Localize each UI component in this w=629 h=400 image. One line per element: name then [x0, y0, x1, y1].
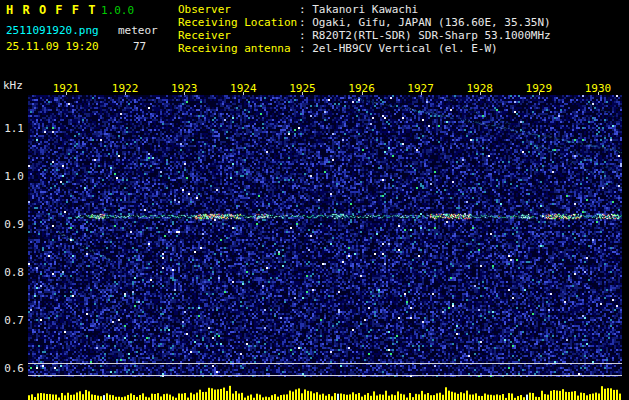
observation-datetime: 25.11.09 19:20	[6, 40, 99, 53]
noise-level-bars-canvas	[28, 377, 622, 400]
info-label: Observer	[178, 3, 299, 16]
info-value: : Takanori Kawachi	[299, 3, 418, 16]
echo-count: 77	[133, 40, 146, 53]
y-axis-label: 0.7	[0, 314, 24, 327]
info-row: Receiving Location: Ogaki, Gifu, JAPAN (…	[178, 16, 551, 29]
info-label: Receiver	[178, 29, 299, 42]
mode-label: meteor	[118, 24, 158, 37]
app-title: H R O F F T	[6, 3, 96, 17]
hrofft-screenshot: H R O F F T 1.0.0 2511091920.png meteor …	[0, 0, 629, 400]
output-filename: 2511091920.png	[6, 24, 99, 37]
app-version: 1.0.0	[101, 4, 134, 17]
station-info: Observer: Takanori KawachiReceiving Loca…	[178, 3, 551, 55]
y-axis-label: 0.6	[0, 362, 24, 375]
info-row: Receiver: R820T2(RTL-SDR) SDR-Sharp 53.1…	[178, 29, 551, 42]
info-value: : 2el-HB9CV Vertical (el. E-W)	[299, 42, 498, 55]
y-axis-label: 1.1	[0, 122, 24, 135]
y-axis-label: 0.9	[0, 218, 24, 231]
y-axis-label: 1.0	[0, 170, 24, 183]
y-axis-unit: kHz	[3, 79, 23, 92]
info-value: : Ogaki, Gifu, JAPAN (136.60E, 35.35N)	[299, 16, 551, 29]
y-axis-label: 0.8	[0, 266, 24, 279]
info-row: Observer: Takanori Kawachi	[178, 3, 551, 16]
spectrogram-canvas	[28, 95, 622, 378]
info-value: : R820T2(RTL-SDR) SDR-Sharp 53.1000MHz	[299, 29, 551, 42]
info-row: Receiving antenna: 2el-HB9CV Vertical (e…	[178, 42, 551, 55]
info-label: Receiving Location	[178, 16, 299, 29]
info-label: Receiving antenna	[178, 42, 299, 55]
